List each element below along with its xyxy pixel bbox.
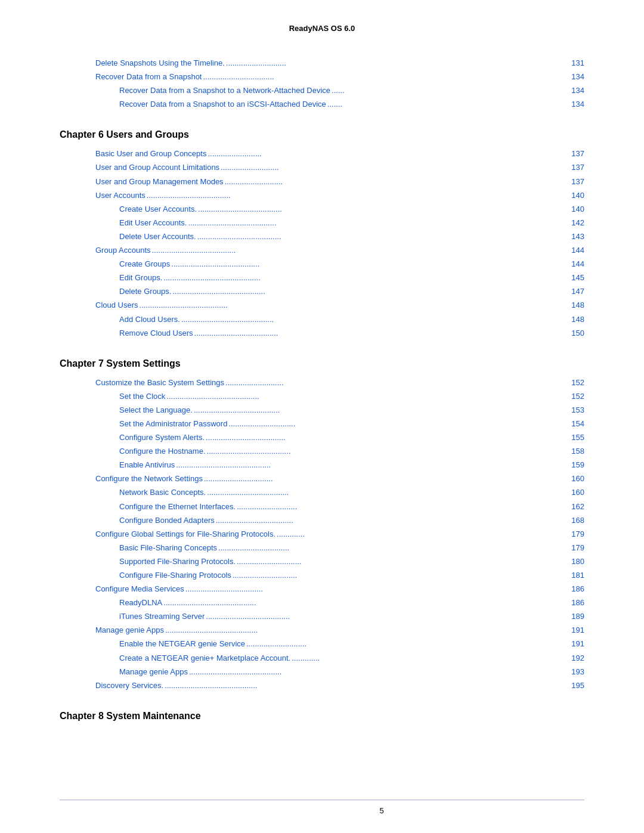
toc-link[interactable]: Cloud Users.............................… [95,299,584,312]
toc-link[interactable]: User Accounts...........................… [95,189,584,203]
toc-link[interactable]: Recover Data from a Snapshot to an iSCSI… [119,98,584,112]
toc-link[interactable]: Configure the Ethernet Interfaces.......… [119,500,584,514]
toc-page-num: 191 [571,624,584,637]
toc-entry: Recover Data from a Snapshot............… [60,70,584,84]
toc-entry: Customize the Basic System Settings.....… [60,376,584,390]
toc-title: Manage genie Apps [119,665,188,679]
toc-link[interactable]: Create User Accounts....................… [119,203,584,216]
toc-link[interactable]: Edit User Accounts......................… [119,216,584,230]
toc-link[interactable]: Supported File-Sharing Protocols........… [119,555,584,569]
toc-dots: ........................................… [189,665,570,679]
toc-link[interactable]: Enable the NETGEAR genie Service........… [119,637,584,651]
toc-link[interactable]: Configure File-Sharing Protocols........… [119,569,584,583]
toc-title: Recover Data from a Snapshot to a Networ… [119,84,330,97]
toc-entry: Select the Language.....................… [60,404,584,417]
toc-entry: Network Basic Concepts..................… [60,486,584,500]
toc-title: Configure the Network Settings [95,472,203,485]
toc-link[interactable]: Set the Administrator Password..........… [119,417,584,431]
toc-entry: Basic File-Sharing Concepts.............… [60,541,584,555]
toc-entry: Configure Global Settings for File-Shari… [60,528,584,541]
toc-link[interactable]: Enable Antivirus........................… [119,459,584,472]
toc-link[interactable]: Add Cloud Users.........................… [119,313,584,327]
toc-title: iTunes Streaming Server [119,610,205,623]
toc-entry: Remove Cloud Users......................… [60,327,584,340]
toc-entry: Delete Snapshots Using the Timeline.....… [60,57,584,70]
footer-line [60,800,584,800]
toc-link[interactable]: Configure Bonded Adapters...............… [119,514,584,528]
toc-title: Configure Bonded Adapters [119,514,215,527]
toc-link[interactable]: Group Accounts..........................… [95,244,584,258]
toc-link[interactable]: Configure the Network Settings..........… [95,472,584,486]
toc-link[interactable]: Create a NETGEAR genie+ Marketplace Acco… [119,652,584,665]
toc-dots: ...... [332,84,570,98]
toc-title: ReadyDLNA [119,596,162,609]
toc-page-num: 147 [571,285,584,298]
toc-link[interactable]: Remove Cloud Users......................… [119,327,584,340]
toc-entry: Supported File-Sharing Protocols........… [60,555,584,569]
toc-link[interactable]: User and Group Management Modes.........… [95,175,584,189]
toc-link[interactable]: Configure Media Services................… [95,583,584,596]
toc-page-num: 160 [571,486,584,499]
toc-dots: ..................................... [206,431,570,445]
toc-title: Customize the Basic System Settings [95,376,224,389]
toc-dots: .............................. [237,555,570,569]
toc-dots: ............................ [246,637,570,651]
toc-link[interactable]: Select the Language.....................… [119,404,584,417]
toc-title: Remove Cloud Users [119,327,193,340]
toc-link[interactable]: iTunes Streaming Server.................… [119,610,584,624]
toc-title: Configure File-Sharing Protocols [119,569,231,582]
toc-page-num: 179 [571,541,584,555]
toc-title: Delete User Accounts. [119,230,196,243]
toc-link[interactable]: Configure Global Settings for File-Shari… [95,528,584,541]
toc-title: Group Accounts [95,244,151,257]
toc-entry: Recover Data from a Snapshot to a Networ… [60,84,584,98]
toc-page-num: 142 [571,216,584,230]
toc-title: Add Cloud Users. [119,313,180,326]
toc-page-num: 158 [571,445,584,458]
toc-title: Cloud Users [95,299,138,312]
toc-dots: ........................................… [181,313,570,327]
toc-page-num: 148 [571,299,584,312]
toc-link[interactable]: Manage genie Apps.......................… [119,665,584,679]
toc-entry: Set the Administrator Password..........… [60,417,584,431]
toc-link[interactable]: Delete Snapshots Using the Timeline.....… [95,57,584,70]
toc-dots: ............................ [226,57,571,70]
toc-link[interactable]: Customize the Basic System Settings.....… [95,376,584,390]
chapter6-entries: Basic User and Group Concepts...........… [60,147,584,340]
toc-page-num: 186 [571,596,584,609]
toc-link[interactable]: Edit Groups.............................… [119,271,584,285]
toc-dots: ........................................ [194,404,570,417]
toc-link[interactable]: Create Groups...........................… [119,258,584,271]
toc-entry: Configure Media Services................… [60,583,584,596]
toc-link[interactable]: ReadyDLNA...............................… [119,596,584,610]
toc-page-num: 137 [571,175,584,188]
toc-page-num: 140 [571,203,584,216]
toc-link[interactable]: User and Group Account Limitations......… [95,161,584,175]
chapter8-section: Chapter 8 System Maintenance [60,711,584,721]
toc-link[interactable]: Basic User and Group Concepts...........… [95,147,584,161]
toc-title: Create Groups [119,258,170,271]
toc-link[interactable]: Configure the Hostname..................… [119,445,584,459]
toc-entry: User Accounts...........................… [60,189,584,203]
toc-title: User and Group Account Limitations [95,161,219,174]
toc-title: Edit Groups. [119,271,162,284]
toc-link[interactable]: Recover Data from a Snapshot............… [95,70,584,84]
toc-link[interactable]: Configure System Alerts.................… [119,431,584,445]
toc-link[interactable]: Discovery Services......................… [95,679,584,693]
toc-link[interactable]: Set the Clock...........................… [119,390,584,404]
toc-link[interactable]: Delete Groups...........................… [119,285,584,299]
toc-page-num: 159 [571,459,584,472]
toc-page-num: 186 [571,583,584,596]
toc-title: Discovery Services. [95,679,163,692]
toc-title: Set the Administrator Password [119,417,227,431]
toc-link[interactable]: Recover Data from a Snapshot to a Networ… [119,84,584,98]
toc-page-num: 134 [571,84,584,97]
chapter8-heading: Chapter 8 System Maintenance [60,711,584,721]
toc-title: Edit User Accounts. [119,216,187,230]
toc-dots: ........................... [221,161,570,175]
toc-dots: ......................... [208,147,570,161]
toc-link[interactable]: Delete User Accounts....................… [119,230,584,244]
toc-link[interactable]: Network Basic Concepts..................… [119,486,584,500]
toc-link[interactable]: Manage genie Apps.......................… [95,624,584,637]
toc-link[interactable]: Basic File-Sharing Concepts.............… [119,541,584,555]
